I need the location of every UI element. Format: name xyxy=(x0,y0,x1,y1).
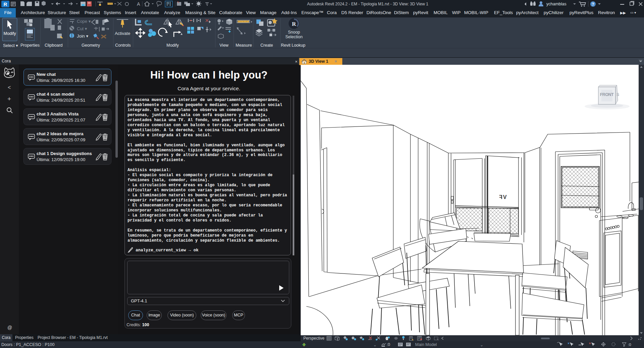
svg-text:Modify: Modify xyxy=(4,31,16,36)
svg-text:A: A xyxy=(137,1,140,7)
svg-text:V: V xyxy=(503,194,507,200)
svg-text:?: ? xyxy=(592,2,594,7)
svg-text:F: F xyxy=(499,194,502,200)
svg-text:Snoop: Snoop xyxy=(288,30,300,35)
svg-text:FRONT: FRONT xyxy=(600,92,614,97)
svg-text:Activate: Activate xyxy=(115,31,130,36)
svg-text:Join ▾: Join ▾ xyxy=(77,34,88,39)
svg-text:S: S xyxy=(616,92,619,97)
svg-text:ychamblas: ychamblas xyxy=(546,2,566,6)
svg-text:R: R xyxy=(4,1,7,7)
svg-text:Cope ▾: Cope ▾ xyxy=(77,19,91,24)
svg-text:Selection: Selection xyxy=(285,35,302,39)
svg-text::0: :0 xyxy=(628,343,631,347)
svg-text:R: R xyxy=(292,21,296,27)
svg-text:Cut ▾: Cut ▾ xyxy=(77,26,87,31)
